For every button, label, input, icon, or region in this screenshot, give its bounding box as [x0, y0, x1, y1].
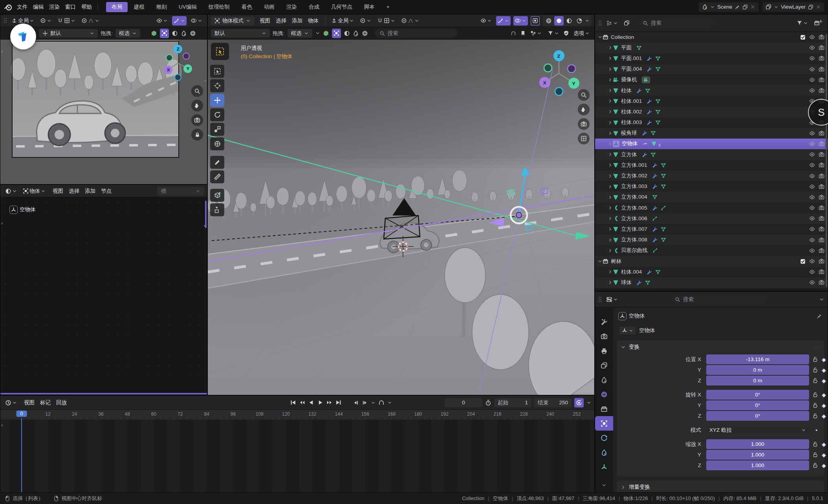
- transform-tool[interactable]: [210, 137, 224, 150]
- render-visibility-icon[interactable]: [819, 226, 824, 232]
- checkbox-icon[interactable]: [800, 35, 806, 40]
- chevron-down-icon[interactable]: [819, 297, 824, 302]
- pivot-dropdown[interactable]: [358, 16, 373, 26]
- play-reverse-button[interactable]: [308, 399, 315, 406]
- hide-eye-icon[interactable]: [809, 141, 815, 147]
- outliner-row[interactable]: 立方体.003: [595, 181, 828, 192]
- properties-tab-scene[interactable]: [595, 373, 613, 387]
- preview-range-icon[interactable]: [378, 400, 385, 406]
- lock-open-icon[interactable]: [812, 462, 818, 468]
- value-field[interactable]: 0 m: [706, 376, 809, 385]
- properties-search-input[interactable]: 搜索: [670, 295, 768, 304]
- outliner-row[interactable]: 立方体.002: [595, 170, 828, 181]
- play-button[interactable]: [317, 399, 324, 406]
- hide-eye-icon[interactable]: [809, 269, 815, 275]
- select-filter-icon[interactable]: [160, 29, 169, 38]
- camera-data-badge[interactable]: [642, 77, 650, 83]
- chevron-down-icon[interactable]: [586, 400, 591, 405]
- proportional-editing-dropdown[interactable]: [80, 16, 101, 26]
- falloff-droplet-icon[interactable]: [181, 30, 187, 37]
- close-icon[interactable]: [816, 4, 821, 9]
- outliner-row[interactable]: 立方体.008: [595, 235, 828, 245]
- globe-icon[interactable]: [190, 30, 196, 37]
- menu-item[interactable]: 帮助: [79, 3, 95, 11]
- editor-type-dropdown[interactable]: [4, 186, 18, 196]
- value-field[interactable]: 0 m: [706, 365, 809, 375]
- bookmark-icon[interactable]: [520, 30, 526, 36]
- properties-tab-view-layer[interactable]: [595, 358, 613, 373]
- workspace-tab[interactable]: 布局: [106, 2, 128, 12]
- copy-viewlayer-icon[interactable]: [808, 4, 813, 10]
- hide-eye-icon[interactable]: [809, 237, 815, 243]
- pin-icon[interactable]: [735, 4, 740, 10]
- keyframe-diamond-icon[interactable]: ◆: [822, 462, 826, 469]
- hide-eye-icon[interactable]: [809, 55, 815, 61]
- delta-transform-panel[interactable]: 增量变换: [617, 480, 824, 492]
- keyframe-diamond-icon[interactable]: ◆: [822, 378, 826, 384]
- slot-dropdown[interactable]: 槽: [158, 187, 204, 195]
- outliner-row[interactable]: 贝塞尔曲线: [595, 245, 828, 256]
- outliner-row[interactable]: 立方体.005: [595, 203, 828, 213]
- outliner-row[interactable]: Collection: [595, 32, 828, 42]
- keyframe-diamond-icon[interactable]: ◆: [822, 392, 826, 398]
- menu-item[interactable]: 添加: [82, 187, 98, 195]
- visibility-dropdown[interactable]: [479, 16, 493, 26]
- falloff-droplet-icon[interactable]: [353, 30, 359, 37]
- animate-dot[interactable]: •: [815, 427, 817, 433]
- menu-item[interactable]: 视图: [257, 16, 273, 25]
- hide-eye-icon[interactable]: [809, 152, 815, 157]
- hide-eye-icon[interactable]: [809, 226, 815, 232]
- mode-dropdown[interactable]: 物体模式: [211, 16, 254, 25]
- lock-open-icon[interactable]: [812, 402, 818, 408]
- sidebar-collapse-toggle[interactable]: ‹: [592, 154, 593, 160]
- pin-icon[interactable]: [816, 313, 822, 319]
- workspace-tab[interactable]: 纹理绘制: [203, 2, 235, 12]
- outliner-row[interactable]: 柱体.002: [595, 106, 828, 117]
- gizmos-toggle[interactable]: [172, 16, 187, 26]
- scale-tool[interactable]: [210, 123, 224, 136]
- chevron-down-icon[interactable]: [315, 31, 320, 36]
- hide-eye-icon[interactable]: [809, 279, 815, 285]
- viewport-canvas[interactable]: 用户透视 (0) Collection | 空物体 Z X Y: [208, 40, 594, 395]
- menu-item[interactable]: 选择: [273, 16, 289, 25]
- jump-to-start-button[interactable]: [290, 399, 297, 406]
- extrude-tool[interactable]: [210, 203, 224, 216]
- panel-drag-dots[interactable]: ::::: [813, 345, 820, 349]
- start-frame-field[interactable]: 起始 1: [494, 398, 531, 407]
- filter-dropdown[interactable]: [546, 29, 561, 38]
- workspace-tab[interactable]: 着色: [236, 2, 258, 12]
- keyframe-diamond-icon[interactable]: ◆: [822, 441, 826, 447]
- outliner-row[interactable]: 摄像机: [595, 75, 828, 85]
- chevron-down-icon[interactable]: [371, 400, 376, 405]
- vertical-scrollbar[interactable]: [826, 34, 827, 287]
- properties-tab-object[interactable]: [595, 416, 613, 431]
- gizmos-toggle[interactable]: [496, 16, 511, 26]
- render-visibility-icon[interactable]: [819, 34, 824, 40]
- overlays-toggle[interactable]: [513, 16, 528, 26]
- sidebar-collapse-toggle[interactable]: ‹: [205, 77, 206, 83]
- outliner-row[interactable]: 球体: [595, 277, 828, 288]
- playhead-line[interactable]: [21, 418, 22, 492]
- overlay-app-badge[interactable]: [10, 24, 36, 49]
- previous-keyframe-button[interactable]: [299, 399, 306, 406]
- select-filter-icon[interactable]: [332, 29, 341, 38]
- outliner-row[interactable]: 柱体: [595, 85, 828, 96]
- tool-preset-dropdown[interactable]: 默认: [39, 29, 98, 38]
- stopwatch-icon[interactable]: [485, 400, 491, 406]
- timeline-tracks[interactable]: ›: [0, 420, 594, 492]
- outliner-row[interactable]: 立方体.004: [595, 192, 828, 203]
- hide-eye-icon[interactable]: [809, 184, 815, 190]
- curve-widget-icon[interactable]: [509, 31, 517, 36]
- outliner-search-input[interactable]: 搜索: [638, 18, 716, 27]
- render-visibility-icon[interactable]: [819, 269, 824, 275]
- rotation-mode-dropdown[interactable]: XYZ 欧拉: [706, 425, 809, 435]
- snap-dropdown[interactable]: [376, 16, 397, 26]
- menu-item[interactable]: 标记: [37, 398, 53, 407]
- lock-open-icon[interactable]: [812, 356, 818, 362]
- hide-eye-icon[interactable]: [809, 162, 815, 168]
- outliner-row[interactable]: 立方体.001: [595, 160, 828, 170]
- chevron-down-icon[interactable]: [387, 400, 392, 405]
- annotate-tool[interactable]: [210, 156, 224, 169]
- hide-eye-icon[interactable]: [809, 77, 815, 83]
- menu-item[interactable]: 选择: [66, 187, 82, 195]
